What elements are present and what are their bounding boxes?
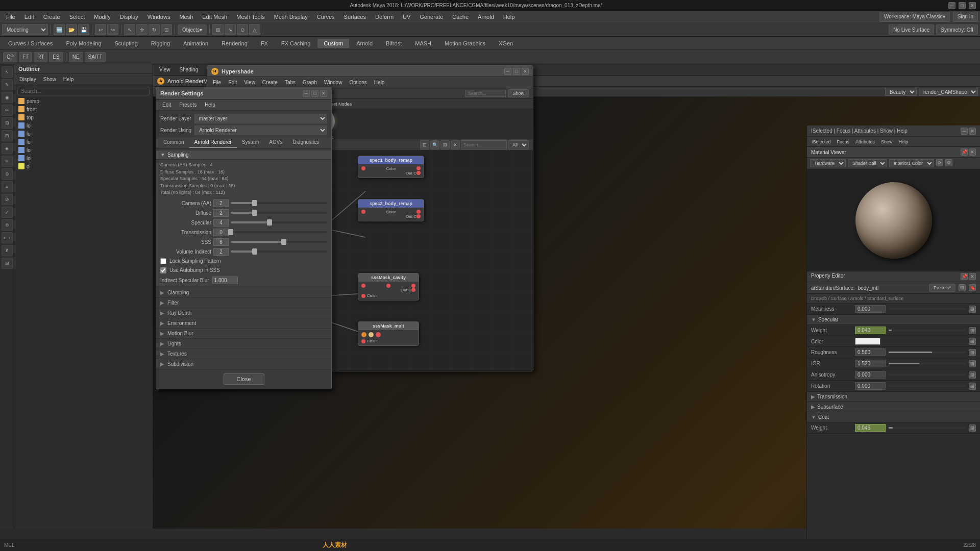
rs-subdivision-row[interactable]: ▶ Subdivision <box>156 359 331 369</box>
menu-windows[interactable]: Windows <box>143 13 175 21</box>
scale-btn[interactable]: ⊡ <box>161 24 172 35</box>
tab-curves-surfaces[interactable]: Curves / Surfaces <box>2 39 59 48</box>
rs-render-layer-selector[interactable]: masterLayer <box>194 114 327 123</box>
open-scene-btn[interactable]: 📂 <box>66 24 77 35</box>
menu-arnold[interactable]: Arnold <box>474 13 498 21</box>
hs-select-all-btn[interactable]: ⊞ <box>440 140 450 149</box>
maximize-btn[interactable]: □ <box>959 2 966 9</box>
rs-indirect-specular-input[interactable] <box>212 277 238 284</box>
hs-close-btn[interactable]: ✕ <box>522 68 529 75</box>
hs-zoom-in-btn[interactable]: 🔍 <box>430 140 439 149</box>
select-btn[interactable]: ↖ <box>124 24 135 35</box>
mv-settings-btn[interactable]: ⚙ <box>945 159 952 166</box>
outliner-item-lo5[interactable]: lo <box>14 154 153 162</box>
shader-ball-selector[interactable]: Shader Ball <box>848 159 887 167</box>
tb2-btn2[interactable]: FT <box>19 52 32 62</box>
snap-grid-btn[interactable]: ⊞ <box>212 24 224 35</box>
hs-menu-tabs[interactable]: Tabs <box>282 79 298 86</box>
sss-mult-in-dot[interactable] <box>361 339 365 343</box>
mv-close-btn[interactable]: ✕ <box>969 128 976 135</box>
lt-select-tool[interactable]: ↖ <box>2 66 13 78</box>
pe-coat-header[interactable]: ▼ Coat <box>807 412 980 422</box>
lt-mirror-cut[interactable]: ⊻ <box>2 245 13 256</box>
outliner-item-lo2[interactable]: lo <box>14 130 153 138</box>
rs-sss-input[interactable] <box>213 238 229 246</box>
pe-spec-color-swatch[interactable] <box>855 338 880 345</box>
sss-mult-dot2[interactable] <box>369 332 374 337</box>
rs-transmission-thumb[interactable] <box>228 229 233 235</box>
rs-volume-thumb[interactable] <box>252 248 257 255</box>
snap-curve-btn[interactable]: ∿ <box>225 24 236 35</box>
menu-surfaces[interactable]: Surfaces <box>340 13 370 21</box>
color-selector[interactable]: Interior1 Color <box>889 159 934 167</box>
sign-in-btn[interactable]: Sign In <box>953 12 978 22</box>
move-btn[interactable]: ✛ <box>136 24 148 35</box>
menu-file[interactable]: File <box>2 13 19 21</box>
sss-mult-dot1[interactable] <box>361 332 366 337</box>
tab-animation[interactable]: Animation <box>177 39 214 48</box>
sss-cavity-mid-dot[interactable] <box>386 284 390 288</box>
new-scene-btn[interactable]: 🆕 <box>54 24 65 35</box>
menu-create[interactable]: Create <box>39 13 64 21</box>
lt-bridge-tool[interactable]: ⊟ <box>2 130 13 141</box>
tb2-btn6[interactable]: SAlTT <box>85 52 106 62</box>
menu-deform[interactable]: Deform <box>371 13 398 21</box>
menu-modify[interactable]: Modify <box>90 13 114 21</box>
menu-cache[interactable]: Cache <box>448 13 473 21</box>
rs-lock-sampling-checkbox[interactable] <box>160 258 166 264</box>
rs-ray-depth-row[interactable]: ▶ Ray Depth <box>156 308 331 318</box>
tab-rendering[interactable]: Rendering <box>215 39 254 48</box>
mv-tab-attributes[interactable]: Attributes <box>853 139 877 145</box>
spec2-out-dot[interactable] <box>416 214 421 218</box>
spec1-in-dot[interactable] <box>361 166 365 170</box>
vp-menu-shading[interactable]: Shading <box>177 66 202 73</box>
rs-filter-row[interactable]: ▶ Filter <box>156 298 331 308</box>
rotate-btn[interactable]: ↻ <box>149 24 160 35</box>
pe-anisotropy-link-btn[interactable]: ⊞ <box>969 371 976 379</box>
mv-refresh-btn[interactable]: ⟳ <box>936 159 943 166</box>
lt-extrude-tool[interactable]: ⊞ <box>2 117 13 129</box>
sss-cav-color-dot[interactable] <box>361 294 365 298</box>
menu-mesh-tools[interactable]: Mesh Tools <box>232 13 268 21</box>
rs-sss-track[interactable] <box>231 241 327 243</box>
rs-diffuse-track[interactable] <box>231 212 327 214</box>
pe-roughness-slider[interactable] <box>889 352 966 353</box>
pe-ior-slider[interactable] <box>889 363 966 364</box>
hs-graph-search-input[interactable] <box>461 140 507 149</box>
lt-multi-cut[interactable]: ⊕ <box>2 168 13 180</box>
lt-insert-edge[interactable]: ≡ <box>2 181 13 192</box>
lt-cut-tool[interactable]: ✂ <box>2 105 13 116</box>
spec2-color-dot[interactable] <box>416 210 421 214</box>
rs-close-x-btn[interactable]: ✕ <box>320 90 327 97</box>
beauty-mode-selector[interactable]: Beauty <box>885 88 917 96</box>
outliner-menu-help[interactable]: Help <box>60 76 77 83</box>
rs-diffuse-thumb[interactable] <box>252 210 257 216</box>
snap-point-btn[interactable]: ⊙ <box>237 24 248 35</box>
pe-roughness-input[interactable] <box>855 348 886 356</box>
lt-flip-triangle[interactable]: ⟷ <box>2 232 13 243</box>
hardware-selector[interactable]: Hardware <box>810 159 846 167</box>
tab-rigging[interactable]: Rigging <box>145 39 176 48</box>
hs-show-btn[interactable]: Show <box>508 89 529 97</box>
rs-camera-aa-track[interactable] <box>231 202 327 204</box>
pe-rotation-input[interactable] <box>855 382 886 390</box>
rs-specular-thumb[interactable] <box>267 219 272 226</box>
rs-menu-presets[interactable]: Presets <box>176 102 200 108</box>
tab-fx[interactable]: FX <box>255 39 274 48</box>
rs-camera-aa-input[interactable] <box>213 199 229 207</box>
pe-coat-weight-input[interactable] <box>855 424 886 432</box>
pe-ior-link-btn[interactable]: ⊞ <box>969 360 976 367</box>
tab-arnold[interactable]: Arnold <box>350 39 379 48</box>
menu-help[interactable]: Help <box>499 13 519 21</box>
pe-rotation-link-btn[interactable]: ⊞ <box>969 383 976 390</box>
pe-metalness-input[interactable] <box>855 305 886 313</box>
tab-fx-caching[interactable]: FX Caching <box>275 39 316 48</box>
pe-spec-weight-input[interactable] <box>855 327 886 334</box>
outliner-item-lo3[interactable]: lo <box>14 138 153 146</box>
workspace-dropdown[interactable]: Workspace: Maya Classic ▾ <box>879 12 950 22</box>
camera-shape-selector[interactable]: render_CAMShape <box>919 88 978 96</box>
rs-specular-input[interactable] <box>213 219 229 227</box>
rs-transmission-track[interactable] <box>231 231 327 233</box>
menu-select[interactable]: Select <box>65 13 89 21</box>
spec1-out-dot[interactable] <box>416 171 421 175</box>
